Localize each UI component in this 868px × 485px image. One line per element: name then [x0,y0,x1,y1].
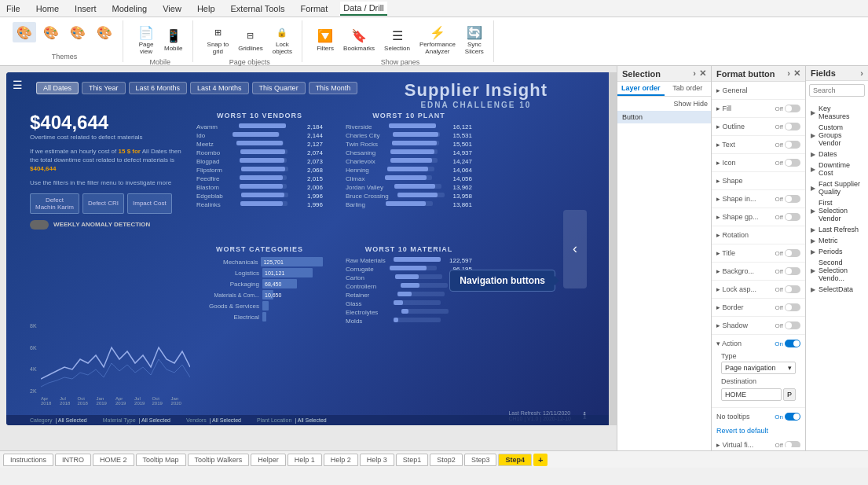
tab-home2[interactable]: HOME 2 [93,454,134,466]
menu-external-tools[interactable]: External Tools [228,2,288,15]
field-periods[interactable]: ▶ Periods [806,246,868,257]
ribbon-btn-snap-grid[interactable]: ⊞ Snap togrid [204,22,233,57]
field-downtime-cost[interactable]: ▶ Downtime Cost [806,160,868,178]
action-toggle-switch[interactable] [785,340,800,347]
fill-toggle-switch[interactable] [785,105,800,112]
nav-arrow-button[interactable]: ‹ [563,210,587,288]
plant-bar-4 [390,158,438,163]
tab-help3[interactable]: Help 3 [360,454,394,466]
field-custom-groups[interactable]: ▶ Custom Groups Vendor [806,122,868,149]
border-toggle-switch[interactable] [785,303,800,311]
tab-intro[interactable]: INTRO [55,454,91,466]
tab-layer-order[interactable]: Layer order [617,82,665,96]
virtual-toggle-switch[interactable] [785,441,800,447]
defect-machine-btn[interactable]: DefectMachin Karim [30,193,79,214]
destination-label: Destination [721,377,796,385]
action-type-dropdown[interactable]: Page navigation ▾ [721,362,796,374]
menu-home[interactable]: Home [33,2,62,15]
field-periods-label: Periods [819,248,843,255]
menu-view[interactable]: View [159,2,185,15]
add-tab-button[interactable]: + [533,454,548,466]
ribbon-btn-theme4[interactable]: 🎨 [93,22,116,42]
ribbon-btn-filters[interactable]: 🔽 Filters [313,26,337,53]
menu-help[interactable]: Help [194,2,218,15]
filter-btn-this-quarter[interactable]: This Quarter [252,82,306,94]
layer-item-button[interactable]: Button [617,111,711,123]
plant-row-4: Charlevoix14,247 [344,157,474,166]
shape-gp-toggle-switch[interactable] [785,213,800,221]
destination-browse-button[interactable]: P [783,388,796,401]
tab-help1[interactable]: Help 1 [288,454,322,466]
field-dates[interactable]: ▶ Dates [806,149,868,160]
field-metric[interactable]: ▶ Metric [806,235,868,246]
menu-format[interactable]: Format [297,2,331,15]
ribbon-btn-mobile[interactable]: 📱 Mobile [161,26,186,53]
fill-off-label: Off [775,105,783,112]
tab-instructions[interactable]: Instructions [3,454,53,466]
ribbon-btn-selection[interactable]: ☰ Selection [381,26,413,53]
field-last-refresh[interactable]: ▶ Last Refresh [806,224,868,235]
canvas-scrollbar[interactable] [609,72,617,425]
mat-bar-0 [394,257,441,262]
tab-helper[interactable]: Helper [251,454,286,466]
menu-data-drill[interactable]: Data / Drill [340,2,386,16]
filter-btn-last-6[interactable]: Last 6 Months [129,82,188,94]
filter-btn-all-dates[interactable]: All Dates [36,82,79,94]
fields-search-input[interactable] [809,84,865,97]
ribbon-btn-theme1[interactable]: 🎨 [13,22,36,42]
field-fact-supplier[interactable]: ▶ Fact Supplier Quality [806,178,868,197]
tab-tooltip-map[interactable]: Tooltip Map [136,454,186,466]
defect-cri-btn[interactable]: Defect CRI [82,193,124,214]
lock-asp-toggle-switch[interactable] [785,285,800,293]
filter-btn-this-month[interactable]: This Month [309,82,358,94]
filter-btn-last-4[interactable]: Last 4 Months [190,82,249,94]
selection-expand-icon[interactable]: › [693,68,696,79]
tab-tab-order[interactable]: Tab order [665,82,712,96]
ribbon-btn-bookmarks[interactable]: 🔖 Bookmarks [340,26,378,53]
field-custom-groups-label: Custom Groups Vendor [819,123,863,147]
vendor-bar-7 [240,184,287,189]
selection-close-icon[interactable]: ✕ [699,68,706,79]
ribbon-btn-page-view[interactable]: 📄 Pageview [134,22,158,57]
no-tooltips-switch[interactable] [785,413,800,421]
tab-step1[interactable]: Step1 [396,454,429,466]
ribbon-btn-theme2[interactable]: 🎨 [39,22,63,42]
field-first-selection[interactable]: ▶ First Selection Vendor [806,197,868,224]
field-select-data[interactable]: ▶ SelectData [806,284,868,295]
menu-modeling[interactable]: Modeling [109,2,151,15]
tab-step3[interactable]: Step3 [464,454,497,466]
menu-file[interactable]: File [3,2,24,15]
impact-cost-btn[interactable]: Impact Cost [127,193,172,214]
destination-input[interactable]: HOME [721,388,782,401]
hamburger-icon[interactable]: ☰ [13,79,23,91]
fields-expand-icon[interactable]: › [860,68,863,78]
format-title-label: ▸ Title [716,249,735,257]
anomaly-toggle[interactable] [30,220,49,230]
ribbon-btn-sync-slicers[interactable]: 🔄 SyncSlicers [462,22,487,57]
format-expand-icon[interactable]: › [787,68,790,79]
format-close-icon[interactable]: ✕ [793,68,800,79]
tab-stop2[interactable]: Stop2 [430,454,463,466]
text-toggle-switch[interactable] [785,141,800,149]
revert-link[interactable]: Revert to default [712,425,805,436]
icon-toggle-switch[interactable] [785,159,800,167]
format-section-outline: ▸ Outline Off [712,118,805,136]
tab-tooltip-walkers[interactable]: Tooltip Walkers [188,454,250,466]
field-key-measures[interactable]: ▶ Key Measures [806,103,868,122]
background-toggle-switch[interactable] [785,267,800,275]
tab-help2[interactable]: Help 2 [324,454,358,466]
shape-in-toggle-switch[interactable] [785,195,800,203]
ribbon-btn-theme3[interactable]: 🎨 [66,22,90,42]
format-row-general[interactable]: ▸ General [716,85,800,96]
fields-search-area [806,81,868,103]
tab-step4[interactable]: Step4 [498,454,532,466]
menu-insert[interactable]: Insert [71,2,100,15]
filter-btn-this-year[interactable]: This Year [82,82,126,94]
ribbon-btn-lock[interactable]: 🔒 Lockobjects [269,22,295,57]
title-toggle-switch[interactable] [785,249,800,257]
ribbon-btn-gridlines[interactable]: ⊟ Gridlines [235,26,266,53]
field-second-selection[interactable]: ▶ Second Selection Vendo... [806,257,868,284]
ribbon-btn-performance[interactable]: ⚡ PerformanceAnalyzer [416,22,459,57]
outline-toggle-switch[interactable] [785,123,800,130]
shadow-toggle-switch[interactable] [785,321,800,329]
